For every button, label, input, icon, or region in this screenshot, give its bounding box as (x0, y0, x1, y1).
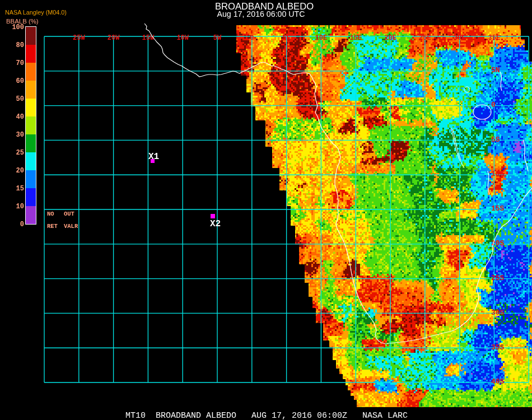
svg-text:50: 50 (16, 95, 24, 103)
svg-text:VALR: VALR (64, 223, 78, 230)
svg-text:80: 80 (16, 41, 24, 49)
svg-text:30E: 30E (454, 34, 466, 42)
svg-text:OUT: OUT (64, 211, 74, 217)
svg-text:MT10 BROADBAND ALBEDO AUG 1: MT10 BROADBAND ALBEDO AUG 17, 2016 06:00… (125, 411, 408, 420)
svg-text:5S: 5S (491, 136, 500, 144)
svg-text:20: 20 (16, 167, 24, 175)
svg-text:20E: 20E (384, 34, 396, 42)
svg-text:20W: 20W (108, 34, 120, 42)
svg-text:100: 100 (12, 24, 24, 31)
svg-text:BBALB (%): BBALB (%) (6, 18, 39, 25)
svg-text:25E: 25E (419, 34, 431, 42)
svg-text:25W: 25W (73, 34, 85, 42)
svg-text:15W: 15W (142, 34, 155, 42)
svg-text:35S: 35S (491, 343, 505, 352)
svg-text:70: 70 (16, 59, 24, 67)
svg-text:X2: X2 (210, 219, 221, 229)
svg-text:60: 60 (16, 77, 24, 85)
svg-text:5W: 5W (213, 34, 222, 42)
svg-text:10: 10 (16, 203, 24, 211)
svg-text:0: 0 (491, 101, 496, 109)
svg-text:0: 0 (20, 221, 24, 228)
svg-text:30: 30 (16, 131, 24, 139)
svg-text:10E: 10E (315, 34, 328, 42)
svg-text:35E: 35E (488, 34, 501, 42)
svg-text:40: 40 (16, 113, 24, 121)
svg-text:NASA Langley (M04.0): NASA Langley (M04.0) (5, 9, 67, 16)
svg-text:10W: 10W (176, 34, 189, 42)
svg-text:25S: 25S (491, 274, 505, 282)
svg-text:15: 15 (16, 185, 24, 193)
svg-text:0: 0 (250, 34, 254, 42)
svg-text:NO: NO (47, 211, 54, 217)
svg-text:15E: 15E (349, 34, 362, 42)
svg-text:5N: 5N (491, 66, 500, 74)
svg-text:40S: 40S (491, 377, 505, 386)
svg-text:30S: 30S (491, 309, 505, 317)
svg-text:25: 25 (16, 149, 24, 157)
svg-text:5E: 5E (282, 34, 290, 42)
svg-text:Aug 17, 2016 06:00 UTC: Aug 17, 2016 06:00 UTC (217, 10, 305, 18)
svg-text:15S: 15S (491, 204, 505, 213)
svg-text:RET: RET (47, 223, 58, 230)
svg-text:10S: 10S (491, 170, 505, 178)
